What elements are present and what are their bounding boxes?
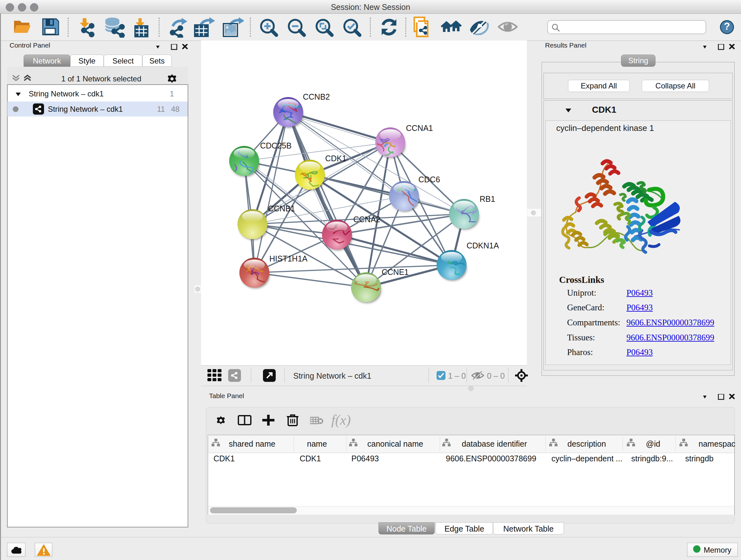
svg-text:HIST1H1A: HIST1H1A: [269, 254, 308, 263]
svg-text:CDC25B: CDC25B: [260, 141, 292, 150]
svg-text:CDKN1A: CDKN1A: [467, 241, 499, 250]
svg-text:CCNB2: CCNB2: [303, 92, 330, 101]
svg-text:RB1: RB1: [480, 194, 495, 203]
svg-text:CCNE1: CCNE1: [382, 267, 409, 276]
svg-text:CDK1: CDK1: [325, 154, 347, 163]
svg-text:CCNA2: CCNA2: [353, 215, 381, 224]
svg-text:CDC6: CDC6: [418, 175, 440, 184]
svg-text:CCNA1: CCNA1: [406, 124, 433, 132]
svg-text:CCNB1: CCNB1: [268, 204, 295, 213]
